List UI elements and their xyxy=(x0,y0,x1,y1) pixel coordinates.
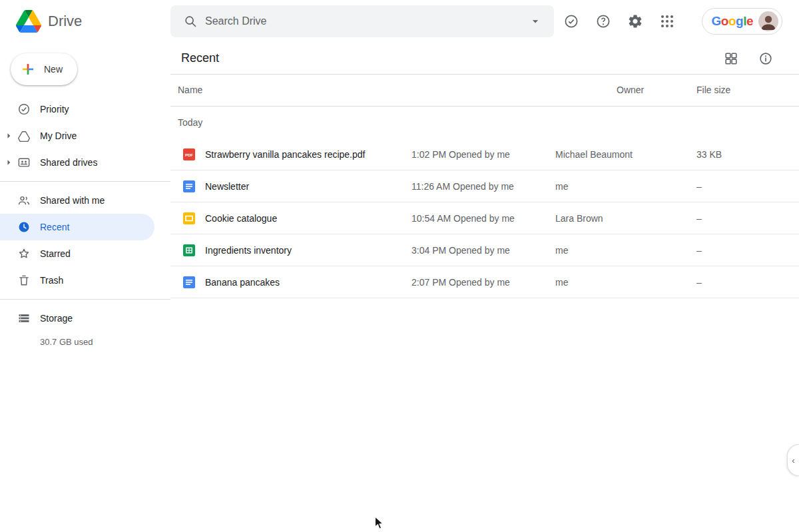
clock-icon xyxy=(17,220,31,234)
page-title: Recent xyxy=(181,51,219,65)
file-last-opened: 11:26 AM Opened by me xyxy=(411,181,514,192)
star-icon xyxy=(17,247,31,260)
file-name: Cookie catalogue xyxy=(205,213,277,224)
file-size: – xyxy=(696,277,702,288)
new-button[interactable]: New xyxy=(11,53,77,85)
app-title: Drive xyxy=(48,13,82,30)
topbar: Drive xyxy=(0,0,799,43)
side-panel-toggle-button[interactable]: ‹ xyxy=(787,444,799,476)
svg-text:PDF: PDF xyxy=(185,153,193,157)
sidebar-item-storage[interactable]: Storage xyxy=(0,305,170,332)
help-button[interactable] xyxy=(590,8,617,35)
search-icon[interactable] xyxy=(180,11,201,32)
file-row[interactable]: Ingredients inventory 3:04 PM Opened by … xyxy=(170,234,799,266)
sidebar-nav: Priority My Drive Shared drives xyxy=(0,96,170,347)
file-owner: Lara Brown xyxy=(555,213,603,224)
sidebar-item-label: Storage xyxy=(40,313,73,324)
file-name: Ingredients inventory xyxy=(205,245,292,256)
file-size: 33 KB xyxy=(696,149,722,160)
sidebar-item-label: Trash xyxy=(40,275,63,286)
file-last-opened: 3:04 PM Opened by me xyxy=(411,245,510,256)
file-name: Newsletter xyxy=(205,181,249,192)
sidebar-item-label: Recent xyxy=(40,222,69,232)
settings-button[interactable] xyxy=(622,8,649,35)
details-button[interactable] xyxy=(756,49,775,68)
gear-icon xyxy=(627,13,643,29)
file-owner: me xyxy=(555,181,568,192)
pdf-file-icon: PDF xyxy=(183,148,195,160)
drive-logo-icon xyxy=(16,10,41,33)
file-row[interactable]: Banana pancakes 2:07 PM Opened by me me … xyxy=(170,266,799,298)
info-icon xyxy=(758,51,773,66)
sidebar-item-label: My Drive xyxy=(40,131,77,141)
user-avatar[interactable] xyxy=(758,11,778,31)
chevron-left-icon: ‹ xyxy=(792,455,794,465)
topbar-actions: Google xyxy=(558,8,782,35)
storage-used-text: 30.7 GB used xyxy=(0,337,170,347)
apps-grid-button[interactable] xyxy=(654,8,680,35)
sidebar-item-label: Priority xyxy=(40,104,69,115)
sidebar-item-shared-drives[interactable]: Shared drives xyxy=(0,149,170,176)
offline-check-icon xyxy=(563,13,579,29)
my-drive-icon xyxy=(17,129,31,142)
main-header: Recent xyxy=(170,43,799,75)
file-size: – xyxy=(696,213,702,224)
expand-chevron-icon[interactable] xyxy=(3,130,15,142)
file-name: Banana pancakes xyxy=(205,277,280,288)
apps-grid-icon xyxy=(659,13,675,29)
help-icon xyxy=(595,13,611,29)
google-docs-icon xyxy=(183,180,195,192)
shared-with-me-icon xyxy=(17,194,31,207)
search-bar[interactable] xyxy=(170,5,554,37)
offline-status-button[interactable] xyxy=(558,8,585,35)
file-size: – xyxy=(696,245,702,256)
trash-icon xyxy=(17,274,31,287)
date-section-label: Today xyxy=(170,107,799,138)
grid-view-icon xyxy=(724,51,738,66)
plus-icon xyxy=(20,61,36,77)
expand-chevron-icon[interactable] xyxy=(3,156,15,168)
file-last-opened: 1:02 PM Opened by me xyxy=(411,149,510,160)
sidebar-item-priority[interactable]: Priority xyxy=(0,96,170,123)
priority-icon xyxy=(17,103,31,116)
sidebar-divider xyxy=(0,299,170,300)
file-name: Strawberry vanilla pancakes recipe.pdf xyxy=(205,149,365,160)
file-row[interactable]: Newsletter 11:26 AM Opened by me me – xyxy=(170,170,799,202)
file-last-opened: 2:07 PM Opened by me xyxy=(411,277,510,288)
google-sheets-icon xyxy=(183,244,195,256)
account-button[interactable]: Google xyxy=(702,8,782,35)
sidebar-item-label: Shared with me xyxy=(40,195,105,206)
column-header-name[interactable]: Name xyxy=(178,85,202,95)
grid-view-button[interactable] xyxy=(722,49,740,68)
file-size: – xyxy=(696,181,702,192)
shared-drives-icon xyxy=(17,156,31,169)
google-wordmark: Google xyxy=(712,14,753,29)
drive-home-link[interactable]: Drive xyxy=(16,0,82,43)
file-row[interactable]: PDF Strawberry vanilla pancakes recipe.p… xyxy=(170,138,799,170)
sidebar-item-my-drive[interactable]: My Drive xyxy=(0,123,170,149)
search-options-caret-icon[interactable] xyxy=(526,12,545,31)
storage-icon xyxy=(17,312,31,325)
file-row[interactable]: Cookie catalogue 10:54 AM Opened by me L… xyxy=(170,202,799,234)
file-last-opened: 10:54 AM Opened by me xyxy=(411,213,515,224)
file-list-header: Name Owner File size xyxy=(170,75,799,107)
google-slides-icon xyxy=(183,212,195,224)
search-input[interactable] xyxy=(205,15,526,27)
sidebar-item-starred[interactable]: Starred xyxy=(0,240,170,267)
sidebar-item-label: Starred xyxy=(40,248,71,259)
column-header-owner[interactable]: Owner xyxy=(617,85,644,95)
google-docs-icon xyxy=(183,276,195,288)
main-content: Recent Name Owner File size Today PDF St… xyxy=(170,43,799,532)
sidebar-divider xyxy=(0,181,170,182)
file-owner: me xyxy=(555,277,568,288)
file-owner: me xyxy=(555,245,568,256)
file-owner: Michael Beaumont xyxy=(555,149,633,160)
new-button-label: New xyxy=(44,64,63,75)
sidebar-item-label: Shared drives xyxy=(40,157,97,168)
sidebar-item-shared-with-me[interactable]: Shared with me xyxy=(0,187,170,214)
sidebar: New Priority My Drive Shared driv xyxy=(0,43,170,532)
column-header-file-size[interactable]: File size xyxy=(696,85,730,95)
sidebar-item-recent[interactable]: Recent xyxy=(0,214,154,240)
sidebar-item-trash[interactable]: Trash xyxy=(0,267,170,294)
